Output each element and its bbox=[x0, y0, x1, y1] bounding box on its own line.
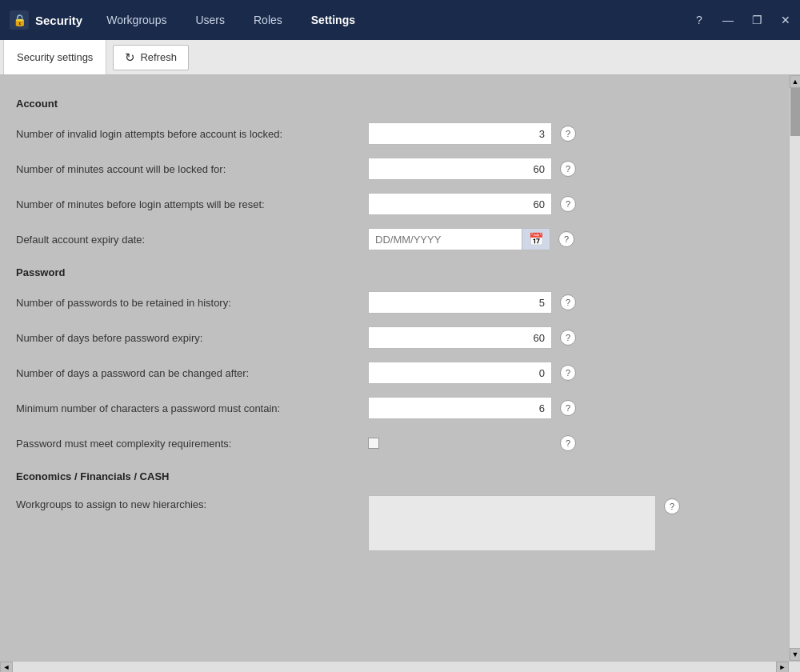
expiry-date-input-wrap: 📅 ? bbox=[368, 228, 574, 250]
password-section-heading: Password bbox=[16, 266, 778, 278]
expiry-date-label: Default account expiry date: bbox=[16, 234, 368, 246]
min-chars-help[interactable]: ? bbox=[560, 400, 576, 416]
lock-duration-input-wrap: ? bbox=[368, 158, 576, 180]
password-history-input[interactable] bbox=[368, 291, 552, 314]
password-change-input-wrap: ? bbox=[368, 362, 576, 384]
form-row-password-expiry: Number of days before password expiry: ? bbox=[16, 326, 778, 349]
password-history-label: Number of passwords to be retained in hi… bbox=[16, 297, 368, 309]
reset-minutes-input[interactable] bbox=[368, 193, 552, 215]
form-row-password-change: Number of days a password can be changed… bbox=[16, 362, 778, 384]
password-expiry-input-wrap: ? bbox=[368, 326, 576, 349]
form-row-password-history: Number of passwords to be retained in hi… bbox=[16, 291, 778, 314]
toolbar: Security settings ↻ Refresh bbox=[0, 40, 800, 75]
expiry-date-help[interactable]: ? bbox=[558, 231, 574, 247]
complexity-checkbox[interactable] bbox=[368, 438, 379, 449]
scroll-down-button[interactable]: ▼ bbox=[790, 648, 800, 661]
complexity-label: Password must meet complexity requiremen… bbox=[16, 438, 368, 450]
min-chars-input[interactable] bbox=[368, 397, 552, 419]
refresh-button[interactable]: ↻ Refresh bbox=[113, 45, 189, 70]
form-row-invalid-login: Number of invalid login attempts before … bbox=[16, 122, 778, 145]
password-change-help[interactable]: ? bbox=[560, 365, 576, 381]
invalid-login-input[interactable] bbox=[368, 122, 552, 145]
main-panel: Account Number of invalid login attempts… bbox=[0, 75, 789, 661]
invalid-login-input-wrap: ? bbox=[368, 122, 576, 145]
horizontal-scrollbar[interactable]: ◄ ► bbox=[0, 661, 800, 672]
password-expiry-input[interactable] bbox=[368, 326, 552, 349]
scroll-container[interactable]: Account Number of invalid login attempts… bbox=[0, 75, 789, 661]
lock-duration-label: Number of minutes account will be locked… bbox=[16, 163, 368, 175]
calendar-button[interactable]: 📅 bbox=[522, 228, 550, 250]
workgroups-input-wrap: ? bbox=[368, 495, 680, 551]
password-history-help[interactable]: ? bbox=[560, 294, 576, 310]
form-row-min-chars: Minimum number of characters a password … bbox=[16, 397, 778, 419]
app-logo: 🔒 Security bbox=[0, 0, 92, 40]
vertical-scrollbar[interactable]: ▲ ▼ bbox=[789, 75, 800, 661]
complexity-checkbox-wrap bbox=[368, 438, 552, 449]
min-chars-input-wrap: ? bbox=[368, 397, 576, 419]
scroll-up-button[interactable]: ▲ bbox=[790, 75, 800, 88]
invalid-login-label: Number of invalid login attempts before … bbox=[16, 128, 368, 140]
form-row-reset-minutes: Number of minutes before login attempts … bbox=[16, 193, 778, 215]
restore-button[interactable]: ❐ bbox=[742, 0, 771, 40]
reset-minutes-label: Number of minutes before login attempts … bbox=[16, 198, 368, 210]
reset-minutes-help[interactable]: ? bbox=[560, 196, 576, 212]
workgroups-textarea[interactable] bbox=[368, 495, 656, 551]
password-expiry-help[interactable]: ? bbox=[560, 330, 576, 346]
nav-bar: Workgroups Users Roles Settings bbox=[92, 0, 685, 40]
password-history-input-wrap: ? bbox=[368, 291, 576, 314]
form-row-complexity: Password must meet complexity requiremen… bbox=[16, 432, 778, 454]
help-button[interactable]: ? bbox=[685, 0, 714, 40]
content-area: Account Number of invalid login attempts… bbox=[0, 75, 800, 661]
password-change-input[interactable] bbox=[368, 362, 552, 384]
nav-settings[interactable]: Settings bbox=[297, 0, 370, 40]
password-change-label: Number of days a password can be changed… bbox=[16, 367, 368, 379]
reset-minutes-input-wrap: ? bbox=[368, 193, 576, 215]
scroll-thumb-area bbox=[790, 88, 800, 648]
minimize-button[interactable]: — bbox=[714, 0, 742, 40]
lock-icon: 🔒 bbox=[10, 10, 29, 30]
security-settings-tab[interactable]: Security settings bbox=[3, 40, 106, 74]
refresh-icon: ↻ bbox=[125, 50, 135, 65]
window-controls: ? — ❐ ✕ bbox=[685, 0, 800, 40]
scroll-left-button[interactable]: ◄ bbox=[0, 662, 13, 673]
form-row-workgroups: Workgroups to assign to new hierarchies:… bbox=[16, 495, 778, 551]
scroll-thumb[interactable] bbox=[790, 88, 800, 136]
account-section-heading: Account bbox=[16, 98, 778, 110]
workgroups-label: Workgroups to assign to new hierarchies: bbox=[16, 495, 368, 510]
expiry-date-input[interactable] bbox=[368, 228, 522, 250]
min-chars-label: Minimum number of characters a password … bbox=[16, 402, 368, 414]
app-title: Security bbox=[35, 14, 82, 27]
invalid-login-help[interactable]: ? bbox=[560, 126, 576, 142]
lock-duration-help[interactable]: ? bbox=[560, 161, 576, 177]
nav-roles[interactable]: Roles bbox=[239, 0, 297, 40]
nav-users[interactable]: Users bbox=[181, 0, 239, 40]
nav-workgroups[interactable]: Workgroups bbox=[92, 0, 181, 40]
date-input-wrap: 📅 bbox=[368, 228, 550, 250]
complexity-help[interactable]: ? bbox=[560, 435, 576, 451]
workgroups-help[interactable]: ? bbox=[664, 498, 680, 514]
scroll-right-button[interactable]: ► bbox=[776, 662, 789, 673]
app-window: 🔒 Security Workgroups Users Roles Settin… bbox=[0, 0, 800, 672]
lock-duration-input[interactable] bbox=[368, 158, 552, 180]
complexity-input-wrap: ? bbox=[368, 435, 576, 451]
form-row-expiry-date: Default account expiry date: 📅 ? bbox=[16, 228, 778, 250]
close-button[interactable]: ✕ bbox=[771, 0, 800, 40]
form-row-lock-duration: Number of minutes account will be locked… bbox=[16, 158, 778, 180]
password-expiry-label: Number of days before password expiry: bbox=[16, 332, 368, 344]
economics-section-heading: Economics / Financials / CASH bbox=[16, 470, 778, 482]
title-bar: 🔒 Security Workgroups Users Roles Settin… bbox=[0, 0, 800, 40]
